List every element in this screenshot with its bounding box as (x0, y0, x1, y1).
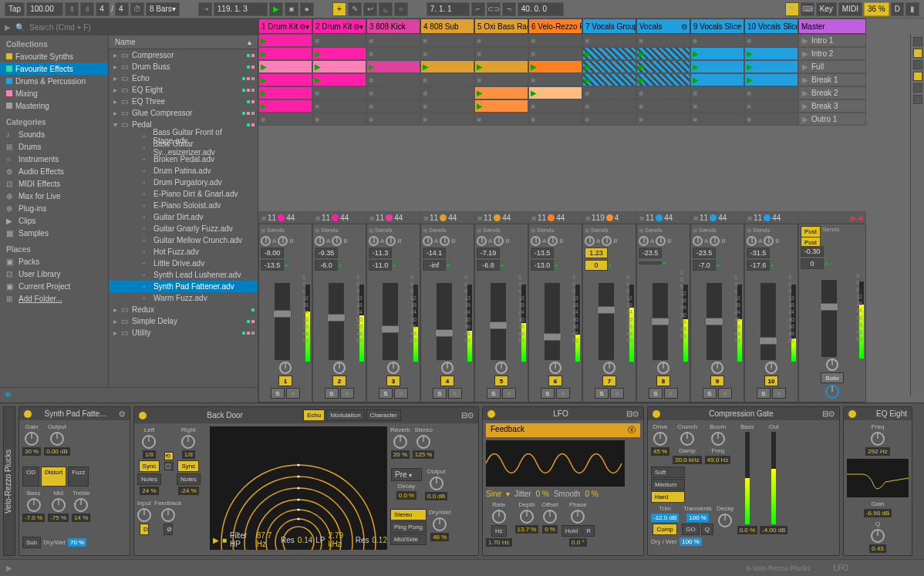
pingpong-mode[interactable]: Ping Pong (390, 521, 427, 533)
right-sync[interactable]: Sync (177, 460, 199, 472)
send-a-knob[interactable] (477, 236, 487, 246)
arm-button[interactable]: ● (664, 388, 678, 399)
tap-button[interactable]: Tap (5, 2, 25, 16)
clip-slot[interactable]: ▶ (528, 86, 582, 99)
peak-value[interactable]: 0 (585, 260, 608, 271)
collection-item[interactable]: Drums & Percussion (0, 75, 108, 87)
follow-toggle[interactable]: ➝ (198, 2, 212, 16)
clip-slot[interactable]: ▶ (582, 73, 636, 86)
solo-button[interactable]: S (487, 388, 501, 399)
peak-value[interactable]: -6.0 (315, 260, 338, 271)
pan-knob[interactable] (387, 362, 400, 374)
crunch-knob[interactable] (680, 432, 694, 446)
capture-button[interactable]: ⎁ (379, 2, 393, 16)
reverb-loc[interactable]: Pre ▾ (391, 468, 422, 481)
left-time-knob[interactable] (142, 435, 156, 449)
track-header[interactable]: 6 Velo-Rezzo P (528, 19, 582, 34)
pan-knob[interactable] (826, 359, 838, 371)
device-activator-icon[interactable] (653, 410, 660, 418)
track-activator[interactable]: 7 (602, 376, 616, 386)
pedal-title-bar[interactable]: Synth Pad Fatte...⊙ (19, 407, 130, 420)
master-track-header[interactable]: Master (798, 19, 866, 34)
midside-mode[interactable]: Mid/Side (390, 534, 427, 545)
category-item[interactable]: ▦Samples (0, 227, 108, 239)
browser-file-item[interactable]: ▫Synth Pad Fattener.adv (109, 281, 258, 292)
place-item[interactable]: ⊡User Library (0, 268, 108, 280)
track-status-cell[interactable]: ■1144 (420, 211, 474, 224)
peak-value[interactable]: -inf (423, 260, 446, 271)
clip-slot[interactable]: ■ (366, 47, 420, 60)
place-item[interactable]: ⊞Add Folder... (0, 292, 108, 305)
clip-slot[interactable]: ■ (744, 99, 798, 113)
track-status-cell[interactable]: ▶◀ (798, 211, 866, 224)
clip-slot[interactable]: ■ (690, 99, 744, 113)
track-activator[interactable]: 8 (656, 376, 670, 386)
retrig-button[interactable]: R (582, 525, 595, 537)
drive-knob[interactable] (653, 432, 667, 446)
category-item[interactable]: ♪Sounds (0, 128, 108, 140)
volume-fader[interactable] (706, 283, 722, 360)
clip-slot[interactable]: ■ (420, 47, 474, 60)
volume-fader[interactable] (821, 280, 837, 357)
preview-icon[interactable]: ◉ (5, 389, 12, 398)
modulation-tab[interactable]: Modulation (326, 409, 364, 421)
clip-slot[interactable]: ■ (690, 86, 744, 99)
clip-slot[interactable]: ▶ (744, 73, 798, 86)
browser-file-item[interactable]: ▸▭Redux (109, 304, 258, 315)
clip-slot[interactable]: ■ (744, 34, 798, 47)
browser-file-item[interactable]: ▫Hot Fuzz.adv (109, 246, 258, 258)
rate-mode-button[interactable]: Hz (491, 525, 507, 537)
track-activator[interactable]: 4 (440, 376, 454, 386)
loop-length[interactable]: 40. 0. 0 (518, 2, 564, 16)
transients-value[interactable]: 100 % (686, 514, 709, 522)
solo-button[interactable]: S (379, 388, 393, 399)
category-item[interactable]: ⊡MIDI Effects (0, 177, 108, 190)
punch-in[interactable]: ⌐ (471, 2, 485, 16)
echo-drywet-knob[interactable] (433, 517, 447, 531)
feedback-knob[interactable] (161, 508, 175, 522)
browser-file-item[interactable]: ▸▭Glue Compressor (109, 107, 258, 119)
send-a-knob[interactable] (369, 236, 379, 246)
clip-slot[interactable]: ▶ (258, 86, 312, 99)
fuzz-button[interactable]: Fuzz (68, 467, 89, 486)
clip-slot[interactable]: ▶ (636, 73, 690, 86)
scene-launch[interactable]: ▶Full (798, 60, 866, 73)
depth-knob[interactable] (520, 510, 534, 524)
reenable-automation[interactable]: ↩ (363, 2, 377, 16)
loop-toggle[interactable]: ⊂⊃ (487, 2, 501, 16)
send-b-knob[interactable] (548, 236, 558, 246)
track-status-cell[interactable]: ■1144 (366, 211, 420, 224)
quantize-menu[interactable]: 8 Bars ▾ (146, 2, 180, 16)
clip-slot[interactable]: ■ (420, 99, 474, 113)
arm-button[interactable]: ● (718, 388, 732, 399)
volume-value[interactable]: -7.19 (477, 248, 500, 258)
returns-section-toggle[interactable] (913, 60, 922, 69)
send-b-knob[interactable] (278, 236, 288, 246)
volume-fader[interactable] (383, 283, 398, 360)
send-b-knob[interactable] (602, 236, 612, 246)
track-activator[interactable]: 5 (494, 376, 508, 386)
scene-launch[interactable]: ▶Break 1 (798, 73, 866, 86)
volume-fader[interactable] (491, 283, 506, 360)
left-sync[interactable]: Sync (139, 460, 160, 472)
comp-button[interactable]: Comp (653, 524, 676, 535)
stereo-width-knob[interactable] (416, 435, 430, 449)
stereo-mode[interactable]: Stereo (390, 509, 427, 520)
device-preset-icon[interactable]: ⊟⊙ (461, 411, 474, 419)
hold-button[interactable]: Hold (561, 525, 582, 537)
volume-value[interactable]: -23.5 (639, 248, 662, 258)
browser-file-item[interactable]: ▫Guitar Dirt.adv (109, 211, 258, 223)
q-button[interactable]: Q (701, 524, 713, 535)
clip-slot[interactable]: ■ (528, 99, 582, 113)
clip-slot[interactable]: ■ (690, 113, 744, 126)
browser-file-item[interactable]: ▫Synth Lead Lushener.adv (109, 269, 258, 281)
sends-section-toggle[interactable] (913, 49, 922, 58)
category-item[interactable]: ⊕Plug-ins (0, 202, 108, 214)
clip-slot[interactable]: ■ (366, 73, 420, 86)
track-status-cell[interactable]: ■1194 (582, 211, 636, 224)
draw-mode[interactable]: ✎ (785, 2, 799, 16)
clip-slot[interactable]: ■ (690, 34, 744, 47)
volume-fader[interactable] (545, 283, 560, 360)
peak-value[interactable]: -13.0 (531, 260, 554, 271)
clip-slot[interactable]: ■ (528, 73, 582, 86)
